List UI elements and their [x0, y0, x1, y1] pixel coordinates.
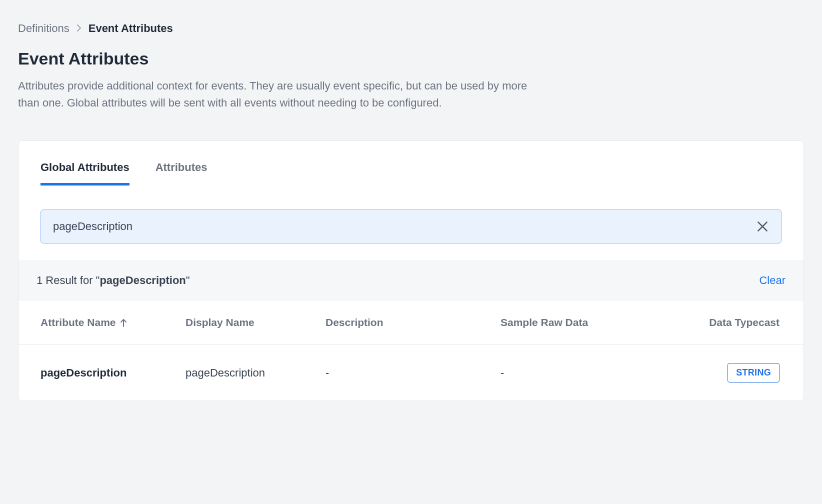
tabs-row: Global Attributes Attributes: [18, 141, 804, 186]
col-header-display[interactable]: Display Name: [186, 316, 326, 328]
results-term: pageDescription: [100, 274, 186, 286]
typecast-badge: STRING: [728, 363, 780, 382]
clear-button[interactable]: Clear: [759, 274, 786, 287]
page-title: Event Attributes: [18, 49, 804, 68]
breadcrumb-current: Event Attributes: [88, 22, 173, 35]
arrow-up-icon: [120, 318, 127, 327]
results-bar: 1 Result for "pageDescription" Clear: [18, 260, 804, 300]
search-wrap: [18, 186, 804, 260]
cell-description: -: [326, 366, 500, 380]
cell-typecast: STRING: [620, 363, 782, 382]
breadcrumb: Definitions Event Attributes: [18, 22, 804, 35]
tab-global-attributes[interactable]: Global Attributes: [40, 161, 130, 186]
col-header-sample[interactable]: Sample Raw Data: [500, 316, 620, 328]
table-header: Attribute Name Display Name Description …: [18, 300, 804, 345]
col-header-name[interactable]: Attribute Name: [40, 316, 186, 328]
page-content: Definitions Event Attributes Event Attri…: [0, 0, 822, 401]
tab-attributes[interactable]: Attributes: [156, 161, 208, 186]
search-box: [40, 210, 782, 244]
attributes-card: Global Attributes Attributes 1 Result fo…: [18, 140, 804, 401]
cell-sample: -: [500, 366, 620, 380]
cell-display-name: pageDescription: [186, 366, 326, 380]
breadcrumb-parent[interactable]: Definitions: [18, 22, 70, 35]
close-icon[interactable]: [756, 220, 769, 233]
chevron-right-icon: [76, 22, 82, 35]
results-suffix: ": [186, 274, 190, 286]
results-prefix: 1 Result for ": [36, 274, 100, 286]
table-row[interactable]: pageDescription pageDescription - - STRI…: [18, 345, 804, 400]
cell-attribute-name: pageDescription: [40, 366, 186, 380]
results-count: 1 Result for "pageDescription": [36, 274, 190, 287]
col-header-typecast[interactable]: Data Typecast: [620, 316, 782, 328]
page-description: Attributes provide additional context fo…: [18, 78, 528, 112]
col-header-name-label: Attribute Name: [40, 316, 116, 328]
col-header-description[interactable]: Description: [326, 316, 500, 328]
search-input[interactable]: [53, 210, 756, 243]
